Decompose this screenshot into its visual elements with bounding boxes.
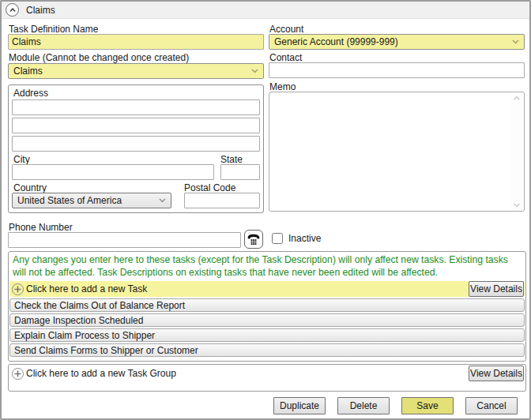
- tasks-section: Any changes you enter here to these task…: [8, 251, 526, 362]
- save-button[interactable]: Save: [401, 397, 454, 414]
- module-dropdown-value: Claims: [13, 66, 43, 77]
- duplicate-button[interactable]: Duplicate: [273, 397, 326, 414]
- add-task-group-label: Click here to add a new Task Group: [26, 368, 176, 379]
- panel-title: Claims: [26, 5, 55, 16]
- phone-number-label: Phone Number: [9, 222, 73, 233]
- city-label: City: [13, 154, 30, 165]
- task-row[interactable]: Damage Inspection Scheduled: [9, 313, 525, 327]
- chevron-down-icon: [251, 69, 258, 73]
- delete-button[interactable]: Delete: [337, 397, 390, 414]
- memo-textarea[interactable]: [269, 92, 525, 212]
- scroll-up-icon[interactable]: [513, 96, 521, 101]
- phone-dial-button[interactable]: [244, 230, 263, 249]
- add-task-group-row[interactable]: Click here to add a new Task Group View …: [9, 366, 525, 381]
- tasks-notice: Any changes you enter here to these task…: [9, 252, 525, 281]
- collapse-button[interactable]: [6, 3, 19, 17]
- account-label: Account: [269, 24, 303, 35]
- address-line2-input[interactable]: [12, 118, 260, 133]
- footer-button-bar: Duplicate Delete Save Cancel: [273, 397, 518, 414]
- inactive-label: Inactive: [288, 233, 321, 244]
- cancel-button[interactable]: Cancel: [465, 397, 518, 414]
- inactive-checkbox-row: Inactive: [272, 233, 321, 244]
- address-groupbox: Address City State Country United States…: [8, 84, 264, 213]
- task-view-details-button[interactable]: View Details: [469, 281, 524, 297]
- chevron-up-icon: [9, 6, 17, 14]
- task-row[interactable]: Send Claims Forms to Shipper or Customer: [9, 343, 525, 357]
- telephone-keypad-icon: [247, 233, 260, 246]
- task-groups-section: Click here to add a new Task Group View …: [8, 364, 526, 392]
- chevron-down-icon: [512, 39, 519, 44]
- account-dropdown-value: Generic Account (99999-999): [274, 36, 398, 47]
- state-label: State: [220, 154, 243, 165]
- task-row[interactable]: Check the Claims Out of Balance Report: [9, 298, 525, 312]
- memo-scrollbar[interactable]: [510, 93, 523, 210]
- account-dropdown[interactable]: Generic Account (99999-999): [269, 34, 525, 50]
- task-definition-name-label: Task Definition Name: [9, 24, 98, 35]
- postal-code-label: Postal Code: [184, 182, 235, 193]
- panel-header: Claims: [2, 2, 529, 19]
- add-task-label: Click here to add a new Task: [26, 283, 147, 294]
- claims-panel: Claims Task Definition Name Module (Cann…: [0, 0, 531, 420]
- contact-label: Contact: [269, 52, 302, 63]
- task-group-view-details-button[interactable]: View Details: [469, 366, 524, 381]
- country-dropdown[interactable]: United States of America: [12, 193, 171, 208]
- memo-label: Memo: [269, 81, 296, 92]
- scroll-down-icon[interactable]: [513, 202, 521, 208]
- chevron-down-icon: [159, 198, 166, 203]
- plus-circle-icon: [12, 283, 24, 295]
- country-label: Country: [13, 182, 47, 193]
- inactive-checkbox[interactable]: [272, 233, 283, 244]
- module-label: Module (Cannot be changed once created): [9, 52, 189, 63]
- postal-code-input[interactable]: [184, 193, 260, 208]
- address-label: Address: [13, 88, 48, 99]
- task-row[interactable]: Explain Claim Process to Shipper: [9, 328, 525, 342]
- country-dropdown-value: United States of America: [17, 195, 122, 206]
- contact-input[interactable]: [269, 62, 525, 78]
- address-line3-input[interactable]: [12, 136, 260, 152]
- address-line1-input[interactable]: [12, 99, 260, 115]
- module-dropdown[interactable]: Claims: [8, 63, 264, 79]
- add-task-row[interactable]: Click here to add a new Task View Detail…: [9, 281, 525, 297]
- phone-number-input[interactable]: [8, 232, 241, 248]
- state-input[interactable]: [220, 164, 260, 180]
- task-definition-name-input[interactable]: [8, 34, 264, 50]
- plus-circle-icon: [12, 368, 24, 380]
- city-input[interactable]: [12, 164, 214, 180]
